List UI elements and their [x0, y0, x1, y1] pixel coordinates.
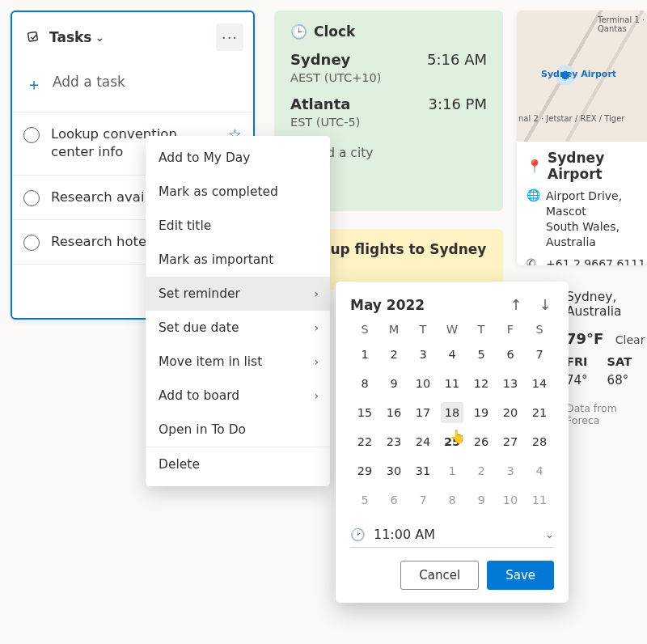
calendar-day[interactable]: 1 [353, 344, 376, 365]
calendar-day[interactable]: 17 [412, 402, 434, 423]
calendar-day[interactable]: 11 [528, 489, 551, 511]
context-menu-item[interactable]: Add to My Day [146, 141, 330, 175]
map-label: Terminal 1 · Qantas [598, 15, 647, 33]
city-name: Sydney [290, 51, 350, 68]
month-label[interactable]: May 2022 [350, 297, 425, 313]
calendar-day[interactable]: 2 [470, 460, 493, 481]
calendar-day[interactable]: 4 [528, 460, 551, 481]
context-menu-item[interactable]: Mark as completed [146, 175, 330, 209]
chevron-right-icon: › [314, 389, 319, 402]
calendar-day[interactable]: 29 [353, 460, 376, 481]
calendar-day[interactable]: 4 [441, 344, 463, 365]
calendar-day[interactable]: 3 [412, 344, 434, 365]
calendar-dow: T [408, 323, 438, 336]
city-time: 3:16 PM [428, 95, 487, 112]
calendar-day[interactable]: 9 [470, 489, 493, 511]
city-name: Atlanta [290, 95, 350, 112]
context-menu-item[interactable]: Edit title [146, 209, 330, 243]
calendar-day[interactable]: 3 [499, 460, 522, 481]
calendar-dow: T [467, 323, 496, 336]
chevron-down-icon[interactable]: ⌄ [545, 528, 554, 540]
calendar-day[interactable]: 28 [528, 431, 551, 452]
city-tz: EST (UTC-5) [290, 116, 487, 129]
calendar-day[interactable]: 21 [528, 402, 551, 423]
calendar-day[interactable]: 1 [441, 460, 463, 481]
clock-icon: 🕑 [350, 527, 366, 542]
calendar-day[interactable]: 8 [353, 373, 376, 394]
task-checkbox[interactable] [23, 235, 40, 251]
calendar-day[interactable]: 10 [412, 373, 434, 394]
map-thumbnail[interactable]: Terminal 1 · Qantas Sydney Airport nal 2… [517, 11, 647, 142]
globe-icon: 🌐 [526, 189, 541, 201]
calendar-day[interactable]: 11 [441, 373, 463, 394]
forecast-day: SAT 68° [607, 355, 632, 388]
calendar-day[interactable]: 27 [499, 431, 522, 452]
calendar-day[interactable]: 15 [353, 402, 376, 423]
calendar-dow: F [496, 323, 525, 336]
calendar-day[interactable]: 6 [499, 344, 522, 365]
calendar-day[interactable]: 23 [383, 431, 405, 452]
calendar-day[interactable]: 24 [412, 431, 434, 452]
context-menu-item[interactable]: Move item in list› [146, 345, 330, 379]
calendar-day[interactable]: 5 [470, 344, 493, 365]
location-title-row: 📍 Sydney Airport [526, 150, 647, 182]
forecast-day-hi: 68° [607, 373, 632, 388]
address-line: Airport Drive, Mascot [546, 189, 647, 219]
context-menu-item[interactable]: Set reminder› [146, 277, 330, 311]
calendar-day[interactable]: 18 [441, 402, 463, 423]
context-menu-item[interactable]: Mark as important [146, 243, 330, 277]
save-button[interactable]: Save [487, 561, 554, 590]
calendar-day[interactable]: 13 [499, 373, 522, 394]
phone-icon: ✆ [526, 256, 541, 265]
calendar-day[interactable]: 2 [383, 344, 405, 365]
chevron-right-icon: › [314, 287, 319, 300]
context-menu-item[interactable]: Set due date› [146, 311, 330, 345]
calendar-day[interactable]: 8 [441, 489, 463, 511]
pin-icon: 📍 [526, 159, 543, 174]
chevron-down-icon[interactable]: ⌄ [95, 31, 104, 44]
calendar-day[interactable]: 12 [470, 373, 493, 394]
calendar-day[interactable]: 7 [412, 489, 434, 511]
context-menu-item[interactable]: Open in To Do [146, 413, 330, 447]
context-menu-item[interactable]: Add to board› [146, 379, 330, 413]
calendar-day[interactable]: 5 [353, 489, 376, 511]
location-phone[interactable]: ✆ +61 2 9667 6111 [526, 256, 647, 265]
tasks-title[interactable]: Tasks [49, 29, 91, 45]
calendar-dow: S [350, 323, 379, 336]
calendar-day[interactable]: 22 [353, 431, 376, 452]
more-button[interactable]: ··· [216, 23, 243, 51]
context-menu-item[interactable]: Delete [146, 447, 330, 481]
calendar-day[interactable]: 16 [383, 402, 405, 423]
task-checkbox[interactable] [23, 127, 40, 143]
calendar-day[interactable]: 7 [528, 344, 551, 365]
reminder-time-field[interactable]: 🕑 11:00 AM ⌄ [350, 527, 554, 548]
calendar-day[interactable]: 10 [499, 489, 522, 511]
forecast-day: FRI 74° [566, 355, 588, 388]
prev-month-button[interactable]: ↑ [507, 296, 525, 313]
add-task-row[interactable]: ＋ Add a task [12, 57, 253, 112]
svg-rect-0 [27, 32, 37, 41]
calendar-day[interactable]: 25 [441, 431, 463, 452]
clock-title: Clock [314, 23, 355, 40]
calendar-grid: SMTWTFS123456789101112131415161718192021… [350, 323, 554, 511]
clock-city[interactable]: Sydney 5:16 AM AEST (UTC+10) [290, 51, 487, 84]
calendar-day[interactable]: 26 [470, 431, 493, 452]
calendar-day[interactable]: 19 [470, 402, 493, 423]
calendar-day[interactable]: 14 [528, 373, 551, 394]
calendar-day[interactable]: 31 [412, 460, 434, 481]
chevron-right-icon: › [314, 321, 319, 334]
calendar-day[interactable]: 9 [383, 373, 405, 394]
calendar-day[interactable]: 30 [383, 460, 405, 481]
next-month-button[interactable]: ↓ [536, 296, 554, 313]
chevron-right-icon: › [314, 355, 319, 368]
cancel-button[interactable]: Cancel [400, 561, 479, 590]
tasks-header: Tasks ⌄ ··· [12, 12, 253, 57]
globe-clock-icon: 🕒 [290, 23, 307, 40]
forecast-day-label: FRI [566, 355, 588, 368]
task-checkbox[interactable] [23, 190, 40, 206]
calendar-day[interactable]: 20 [499, 402, 522, 423]
weather-forecast: FRI 74° SAT 68° [566, 355, 647, 388]
calendar-day[interactable]: 6 [383, 489, 405, 511]
clock-city[interactable]: Atlanta 3:16 PM EST (UTC-5) [290, 95, 487, 129]
tasks-icon [25, 28, 43, 46]
